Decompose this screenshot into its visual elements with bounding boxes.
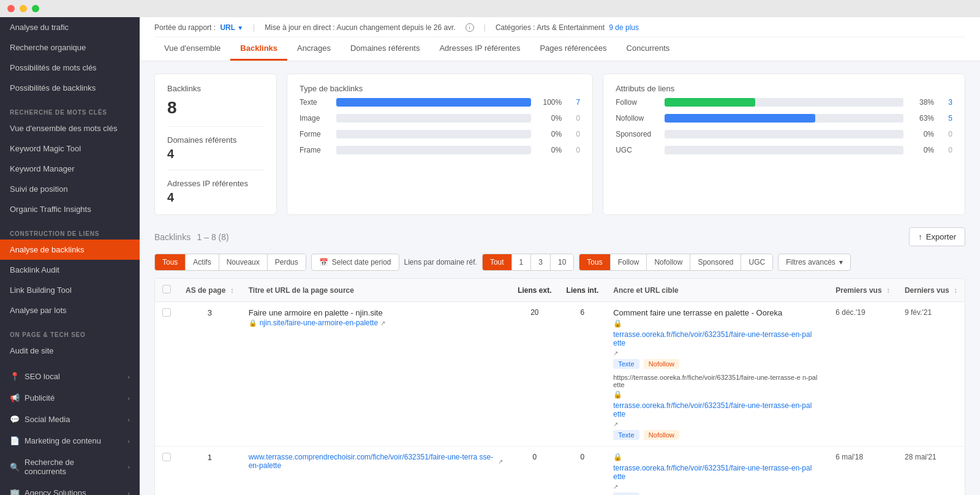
filter-ugc-button[interactable]: UGC [741, 254, 772, 270]
filter-tout-button[interactable]: Tout [483, 254, 512, 270]
sidebar-item-vue-ensemble-mots-cles[interactable]: Vue d'ensemble des mots clés [0, 118, 140, 138]
minimize-button[interactable] [20, 5, 27, 12]
tab-vue-ensemble[interactable]: Vue d'ensemble [154, 37, 230, 61]
filter-attr-tous-button[interactable]: Tous [579, 254, 610, 270]
sidebar-item-label: Possibilités de mots clés [10, 63, 97, 72]
chevron-right-icon: › [127, 463, 130, 470]
filter-actifs-button[interactable]: Actifs [186, 254, 219, 270]
agency-icon: 🏢 [10, 488, 20, 495]
sidebar-item-suivi-position[interactable]: Suivi de position [0, 179, 140, 199]
row-checkbox[interactable] [162, 453, 171, 461]
tab-pages-referencees[interactable]: Pages référencées [530, 37, 616, 61]
update-label: Mise à jour en direct : Aucun changement… [265, 23, 456, 32]
filtres-avances-button[interactable]: Filtres avancés ▾ [778, 254, 851, 271]
categories-more-link[interactable]: 9 de plus [609, 23, 639, 32]
bar-count: 7 [568, 98, 580, 107]
sidebar-item-possibilites-backlinks[interactable]: Possibilités de backlinks [0, 78, 140, 98]
sidebar-item-label: Recherche de [24, 458, 74, 467]
sidebar-item-agency-solutions[interactable]: 🏢 Agency Solutions › [0, 482, 140, 495]
tab-adresses-ip[interactable]: Adresses IP référentes [429, 37, 530, 61]
attributs-liens-card: Attributs de liens Follow 38% 3 Nofollow… [603, 74, 965, 215]
anchor-url2[interactable]: 🔒 terrasse.ooreka.fr/fiche/voir/632351/f… [613, 390, 821, 428]
th-as-page[interactable]: AS de page ↕ [178, 279, 241, 302]
sidebar-item-link-building-tool[interactable]: Link Building Tool [0, 280, 140, 300]
anchor-url[interactable]: 🔒 terrasse.ooreka.fr/fiche/voir/632351/f… [613, 319, 821, 357]
filter-10-button[interactable]: 10 [551, 254, 573, 270]
report-scope-value[interactable]: URL ▼ [220, 23, 243, 32]
section-title: Backlinks 1 – 8 (8) [154, 232, 229, 243]
chevron-right-icon: › [127, 416, 130, 423]
bar-label: Image [300, 114, 330, 123]
bar-label: Nofollow [616, 114, 658, 123]
filter-3-button[interactable]: 3 [531, 254, 551, 270]
external-link-icon: ↗ [380, 320, 385, 327]
sidebar-item-keyword-magic-tool[interactable]: Keyword Magic Tool [0, 138, 140, 159]
close-button[interactable] [7, 5, 15, 12]
external-link-icon: ↗ [613, 483, 618, 490]
tab-backlinks[interactable]: Backlinks [230, 37, 287, 61]
sidebar-item-recherche-organique[interactable]: Recherche organique [0, 37, 140, 58]
tab-ancrages[interactable]: Ancrages [287, 37, 341, 61]
filter-follow-button[interactable]: Follow [611, 254, 647, 270]
th-ancre-url: Ancre et URL cible [606, 279, 828, 302]
premiers-vus-value: 6 déc.'19 [828, 302, 897, 447]
date-picker-label: Select date period [332, 258, 391, 266]
filter-sponsored-button[interactable]: Sponsored [690, 254, 741, 270]
anchor-url[interactable]: 🔒 terrasse.ooreka.fr/fiche/voir/632351/f… [613, 453, 821, 490]
sidebar-item-analyse-par-lots[interactable]: Analyse par lots [0, 300, 140, 320]
bar-row: Image 0% 0 [300, 114, 580, 123]
filter-nouveaux-button[interactable]: Nouveaux [219, 254, 268, 270]
sidebar-item-marketing-contenu[interactable]: 📄 Marketing de contenu › [0, 430, 140, 452]
lock-icon: 🔒 [249, 319, 257, 327]
lock-icon: 🔒 [613, 390, 622, 399]
chevron-down-icon: ▾ [839, 258, 843, 266]
sort-icon: ↕ [230, 286, 234, 295]
sidebar-item-organic-traffic-insights[interactable]: Organic Traffic Insights [0, 199, 140, 219]
sidebar-item-label: Analyse de backlinks [10, 245, 84, 254]
export-icon: ↑ [918, 232, 922, 241]
tab-concurrents[interactable]: Concurrents [617, 37, 680, 61]
sidebar-item-publicite[interactable]: 📢 Publicité › [0, 387, 140, 409]
bar-row: Frame 0% 0 [300, 146, 580, 154]
sidebar-item-label: SEO local [24, 372, 60, 381]
tag-text: Texte [613, 359, 639, 369]
type-backlinks-title: Type de backlinks [300, 84, 580, 93]
filter-bar: Tous Actifs Nouveaux Perdus 📅 Select dat… [154, 254, 965, 271]
row-checkbox[interactable] [162, 308, 171, 317]
select-all-checkbox[interactable] [162, 285, 171, 293]
filter-perdus-button[interactable]: Perdus [268, 254, 306, 270]
th-premiers-vus[interactable]: Premiers vus ↕ [828, 279, 897, 302]
topbar-tabs: Vue d'ensemble Backlinks Ancrages Domain… [154, 37, 965, 61]
sidebar-item-possibilites-mots-cles[interactable]: Possibilités de mots clés [0, 58, 140, 78]
sidebar-item-label: Link Building Tool [10, 285, 72, 295]
sidebar-item-seo-local[interactable]: 📍 SEO local › [0, 366, 140, 387]
bar-label: Texte [300, 98, 330, 107]
info-icon: i [466, 23, 474, 32]
filter-1-button[interactable]: 1 [512, 254, 532, 270]
source-url[interactable]: www.terrasse.comprendrechoisir.com/fiche… [249, 453, 503, 470]
sidebar-item-audit-site[interactable]: Audit de site [0, 341, 140, 361]
sidebar-item-backlink-audit[interactable]: Backlink Audit [0, 260, 140, 280]
filter-tous-button[interactable]: Tous [155, 254, 186, 270]
sidebar-item-analyse-backlinks[interactable]: Analyse de backlinks [0, 240, 140, 260]
sidebar-item-analyse-trafic[interactable]: Analyse du trafic [0, 17, 140, 37]
bar-label: Frame [300, 146, 330, 154]
chevron-right-icon: › [127, 489, 130, 496]
sidebar-item-keyword-manager[interactable]: Keyword Manager [0, 159, 140, 179]
bar-row: Forme 0% 0 [300, 130, 580, 138]
filter-nofollow-button[interactable]: Nofollow [647, 254, 690, 270]
sidebar-item-social-media[interactable]: 💬 Social Media › [0, 409, 140, 430]
maximize-button[interactable] [32, 5, 39, 12]
sidebar-item-recherche-concurrents[interactable]: 🔍 Recherche de concurrents › [0, 452, 140, 482]
liens-int-value: 0 [559, 447, 606, 496]
date-picker-button[interactable]: 📅 Select date period [311, 254, 399, 271]
liens-par-domaine-label: Liens par domaine réf. [404, 258, 477, 266]
titlebar [0, 0, 980, 17]
bar-track [336, 98, 531, 107]
liens-ext-value: 20 [510, 302, 559, 447]
tab-domaines-referents[interactable]: Domaines référents [341, 37, 429, 61]
source-url[interactable]: 🔒 njin.site/faire-une-armoire-en-palette… [249, 319, 503, 327]
export-button[interactable]: ↑ Exporter [909, 227, 965, 246]
th-derniers-vus[interactable]: Derniers vus ↕ [897, 279, 965, 302]
chevron-right-icon: › [127, 373, 130, 380]
